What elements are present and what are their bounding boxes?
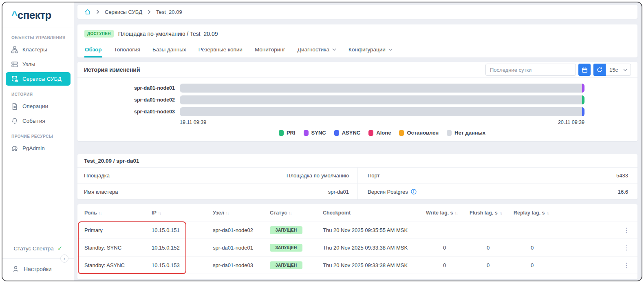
tab-label: Мониторинг xyxy=(255,46,285,53)
column-header-replay-lag[interactable]: Replay lag, s↑↓ xyxy=(514,210,573,216)
cell-checkpoint: Thu 20 Nov 2025 09:33:38 AM MSK xyxy=(323,262,426,268)
legend-swatch xyxy=(447,130,452,136)
table-header-row: Роль↑↓ IP↑↓ Узел↑↓ Статус↑↓ Checkpoint W… xyxy=(77,204,637,221)
cell-checkpoint: Thu 20 Nov 2025 09:33:38 AM MSK xyxy=(323,245,426,251)
home-icon[interactable] xyxy=(84,9,91,15)
chevron-down-icon xyxy=(388,48,393,51)
sidebar-item-pgadmin[interactable]: PgAdmin xyxy=(6,142,71,155)
tab-databases[interactable]: Базы данных xyxy=(152,42,187,57)
table-row[interactable]: Standby: SYNC 10.15.0.152 spr-da01-node0… xyxy=(77,239,637,256)
column-header-ip[interactable]: IP↑↓ xyxy=(152,210,213,216)
legend-label: PRI xyxy=(287,130,296,136)
cluster-details-title: Test_20.09 / spr-da01 xyxy=(77,154,637,168)
legend-label: Остановлен xyxy=(407,130,439,136)
cell-role: Standby: ASYNC xyxy=(84,262,152,268)
history-controls: 15с xyxy=(485,64,631,76)
user-icon xyxy=(12,265,20,273)
legend-item: Нет данных xyxy=(447,130,485,136)
timeline-row: spr-da01-node01 xyxy=(77,84,584,93)
page-title: Площадка по-умолчанию / Test_20.09 xyxy=(118,31,218,37)
tab-diagnostics[interactable]: Диагностика xyxy=(297,42,337,57)
details-row: Площадка Площадка по-умолчанию Порт 5433 xyxy=(77,168,637,184)
refresh-interval-select[interactable]: 15с xyxy=(593,64,631,76)
tab-topology[interactable]: Топология xyxy=(114,42,141,57)
timeline-bar[interactable] xyxy=(180,107,584,116)
legend-swatch xyxy=(304,130,309,136)
cell-ip: 10.15.0.151 xyxy=(152,227,213,233)
tab-configurations[interactable]: Конфигурации xyxy=(348,42,393,57)
tab-overview[interactable]: Обзор xyxy=(84,42,102,57)
sidebar-item-label: События xyxy=(22,118,45,124)
running-status-badge: ЗАПУЩЕН xyxy=(270,261,302,269)
clusters-icon xyxy=(11,46,18,53)
legend: PRI SYNC ASYNC Alone Остановлен Нет данн… xyxy=(180,125,584,136)
field-label-text: Версия Postgres xyxy=(368,189,408,195)
table-row[interactable]: Primary 10.15.0.151 spr-da01-node02 ЗАПУ… xyxy=(77,221,637,239)
tab-label: Базы данных xyxy=(152,46,186,53)
sidebar: ^спектр ОБЪЕКТЫ УПРАВЛЕНИЯ Кластеры Узлы xyxy=(2,2,74,281)
breadcrumb-separator-icon xyxy=(96,9,99,14)
cell-node: spr-da01-node01 xyxy=(213,245,270,251)
info-icon[interactable] xyxy=(411,189,417,195)
document-icon xyxy=(11,103,18,110)
legend-label: Нет данных xyxy=(454,130,485,136)
refresh-icon xyxy=(597,67,602,73)
sidebar-item-nodes[interactable]: Узлы xyxy=(6,57,71,71)
column-header-node[interactable]: Узел↑↓ xyxy=(213,210,270,216)
table-row[interactable]: Standby: ASYNC 10.15.0.153 spr-da01-node… xyxy=(77,256,637,274)
column-label: Write lag, s xyxy=(426,210,453,216)
column-label: IP xyxy=(152,210,157,216)
settings-label: Настройки xyxy=(24,266,52,272)
sidebar-item-operations[interactable]: Операции xyxy=(6,99,71,113)
node-label: spr-da01-node03 xyxy=(77,109,180,115)
refresh-button[interactable] xyxy=(593,64,606,76)
sort-icon[interactable]: ↑↓ xyxy=(99,211,101,215)
breadcrumb-separator-icon xyxy=(148,9,151,14)
breadcrumb-db-services[interactable]: Сервисы СУБД xyxy=(105,9,142,15)
cell-ip: 10.15.0.152 xyxy=(152,245,213,251)
row-actions-button[interactable]: ⋮ xyxy=(621,225,632,235)
timeline-bar[interactable] xyxy=(180,95,584,104)
column-header-status[interactable]: Статус↑↓ xyxy=(270,210,323,216)
sort-icon[interactable]: ↑↓ xyxy=(289,211,291,215)
tab-backups[interactable]: Резервные копии xyxy=(198,42,243,57)
field-label: Порт xyxy=(368,172,379,179)
column-header-write-lag[interactable]: Write lag, s↑↓ xyxy=(426,210,470,216)
sidebar-item-label: Кластеры xyxy=(22,46,47,53)
legend-item: PRI xyxy=(279,130,296,136)
sidebar-item-clusters[interactable]: Кластеры xyxy=(6,43,71,56)
legend-label: Alone xyxy=(376,130,391,136)
sidebar-item-db-services[interactable]: Сервисы СУБД xyxy=(6,72,71,86)
column-header-flush-lag[interactable]: Flush lag, s↑↓ xyxy=(470,210,514,216)
calendar-button[interactable] xyxy=(578,64,591,76)
column-header-role[interactable]: Роль↑↓ xyxy=(84,210,152,216)
sort-icon[interactable]: ↑↓ xyxy=(454,211,457,215)
timeline-bar[interactable] xyxy=(180,84,584,93)
row-actions-button[interactable]: ⋮ xyxy=(621,242,632,253)
field-label: Имя кластера xyxy=(84,189,118,195)
tab-label: Конфигурации xyxy=(348,46,386,53)
legend-swatch xyxy=(334,130,339,136)
tab-monitoring[interactable]: Мониторинг xyxy=(254,42,286,57)
column-label: Checkpoint xyxy=(323,210,351,216)
sidebar-item-events[interactable]: События xyxy=(6,114,71,128)
column-label: Роль xyxy=(84,210,97,216)
collapse-sidebar-button[interactable]: ‹ xyxy=(60,254,68,263)
sort-icon[interactable]: ↑↓ xyxy=(226,211,229,215)
chevron-down-icon xyxy=(332,48,336,51)
column-label: Flush lag, s xyxy=(470,210,498,216)
date-range-input[interactable] xyxy=(485,64,576,76)
db-services-icon xyxy=(11,75,18,83)
sort-icon[interactable]: ↑↓ xyxy=(158,211,161,215)
column-header-checkpoint: Checkpoint xyxy=(323,210,426,216)
legend-label: ASYNC xyxy=(342,130,361,136)
legend-item: ASYNC xyxy=(334,130,361,136)
row-actions-button[interactable]: ⋮ xyxy=(621,260,632,270)
sort-icon[interactable]: ↑↓ xyxy=(546,211,549,215)
title-row: ДОСТУПЕН Площадка по-умолчанию / Test_20… xyxy=(84,24,631,38)
cell-node: spr-da01-node03 xyxy=(213,262,270,268)
sidebar-item-label: Узлы xyxy=(22,61,35,67)
sort-icon[interactable]: ↑↓ xyxy=(499,211,502,215)
cell-status: ЗАПУЩЕН xyxy=(270,226,323,234)
logo-caret: ^ xyxy=(11,9,18,21)
